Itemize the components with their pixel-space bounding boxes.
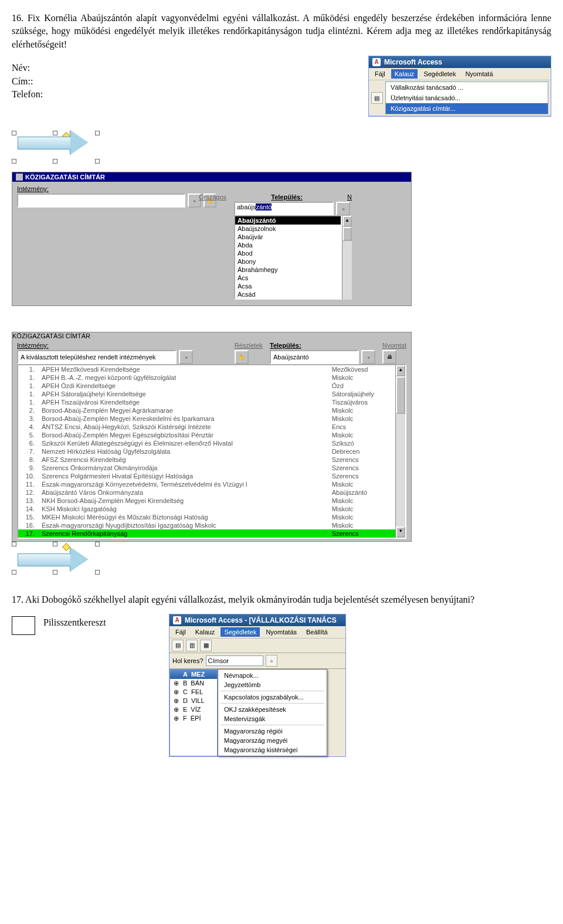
list-item[interactable]: Abony — [235, 257, 341, 266]
menu2-segedletek[interactable]: Segédletek — [221, 627, 260, 637]
kalauz-dropdown[interactable]: Vállalkozási tanácsadó ... Üzletnyitási … — [385, 81, 548, 114]
tb2-btn-2[interactable]: ▥ — [186, 640, 198, 651]
dir1-telepules-list[interactable]: Abaújszántó Abaújszolnok Abaújvár Abda A… — [234, 215, 342, 300]
submenu-okj[interactable]: OKJ szakképesítések — [218, 705, 327, 714]
submenu-kistersegei[interactable]: Magyarország kistérségei — [218, 745, 327, 755]
dir1-intezmeny-input[interactable] — [17, 193, 185, 208]
table-row[interactable]: 11.Észak-magyarországi Környezetvédelmi,… — [18, 480, 395, 488]
menu-nyomtata[interactable]: Nyomtatá — [462, 69, 496, 79]
directory-panel-1: KÖZIGAZGATÁSI CÍMTÁR Intézmény: ⬦ ✋ . Or… — [12, 172, 412, 306]
toolbar-btn-1[interactable]: ▤ — [371, 92, 383, 104]
dd-kozigazgatasi[interactable]: Közigazgatási címtár... — [386, 103, 548, 114]
table-row[interactable]: 6.Szikszói Kerületi Állategészségügyi és… — [18, 439, 395, 447]
titlebar-2[interactable]: A Microsoft Access - [VÁLLALKOZÁSI TANÁC… — [169, 614, 345, 626]
table-row[interactable]: 9.Szerencs Önkormányzat OkmányirodájaSze… — [18, 464, 395, 472]
menu2-kalauz[interactable]: Kalauz — [192, 627, 219, 637]
list-item[interactable]: ⊕BBÁN — [170, 679, 217, 688]
toolbar-2: ▤ ▥ ▦ — [169, 638, 345, 653]
dir1-titlebar[interactable]: KÖZIGAZGATÁSI CÍMTÁR — [12, 172, 411, 182]
label-name: Név: — [12, 62, 43, 74]
menu-kalauz[interactable]: Kalauz — [391, 69, 418, 79]
table-row[interactable]: 1.APEH Mezőkövesdi KirendeltségeMezőköve… — [18, 365, 395, 373]
table-row[interactable]: 7.Nemzeti Hírközlési Hatóság Ügyfélszolg… — [18, 447, 395, 456]
submenu-mestervizsgak[interactable]: Mestervizsgák — [218, 714, 327, 723]
tb2-btn-3[interactable]: ▦ — [200, 640, 212, 651]
dir2-titlebar[interactable]: KÖZIGAZGATÁSI CÍMTÁR — [12, 332, 411, 339]
list-item[interactable]: Acsa — [235, 282, 341, 290]
dir1-scrollbar[interactable]: ▲ — [342, 216, 352, 300]
arrow-shape-1[interactable] — [12, 131, 100, 166]
menubar-2[interactable]: Fájl Kalauz Segédletek Nyomtatás Beállít… — [169, 626, 345, 638]
dir2-results-table[interactable]: 1.APEH Mezőkövesdi KirendeltségeMezőköve… — [18, 365, 395, 538]
submenu-jogszabalyok[interactable]: Kapcsolatos jogszabályok... — [218, 692, 327, 702]
table-row[interactable]: 1.APEH B.-A.-Z. megyei központi ügyfélsz… — [18, 373, 395, 382]
table-row[interactable]: 10.Szerencs Polgármesteri Hivatal Építés… — [18, 472, 395, 480]
submenu-regiok[interactable]: Magyarország régiói — [218, 726, 327, 736]
table-row[interactable]: 1.APEH Sátoraljaújhelyi KirendeltségeSát… — [18, 390, 395, 398]
table-row[interactable]: 5.Borsod-Abaúj-Zemplén Megyei Egészségbi… — [18, 431, 395, 439]
list-item[interactable]: Abda — [235, 241, 341, 249]
scroll-up-icon[interactable]: ▲ — [396, 365, 405, 376]
dir1-dropdown-btn-2[interactable]: ⬦ — [336, 202, 350, 216]
list-item[interactable]: Ács — [235, 274, 341, 282]
menu2-nyomtatas[interactable]: Nyomtatás — [262, 627, 300, 637]
table-row[interactable]: 3.Borsod-Abaúj-Zemplén Megyei Kereskedel… — [18, 415, 395, 423]
dir2-reszletek-btn[interactable]: ✋ — [235, 350, 249, 364]
leftlist[interactable]: A MEZ ⊕BBÁN⊕CFEL⊕DVILL⊕EVÍZ⊕FÉPÍ — [169, 669, 218, 756]
list-item[interactable]: Abod — [235, 249, 341, 257]
directory-panel-2: KÖZIGAZGATÁSI CÍMTÁR Intézmény: A kivála… — [12, 332, 412, 542]
table-row[interactable]: 12.Abaújszántó Város ÖnkormányzataAbaújs… — [18, 488, 395, 497]
dir1-telepules-combo[interactable]: abaújszántó — [234, 202, 334, 216]
dir2-telepules-label: Település: — [270, 342, 375, 349]
submenu-jegyzettomb[interactable]: Jegyzettömb — [218, 680, 327, 689]
dd-vallalkozasi[interactable]: Vállalkozási tanácsadó ... — [386, 82, 548, 93]
submenu-megyei[interactable]: Magyarország megyéi — [218, 736, 327, 745]
list-item[interactable]: ⊕EVÍZ — [170, 705, 217, 714]
menu-segedletek[interactable]: Segédletek — [420, 69, 459, 79]
menu-fajl[interactable]: Fájl — [371, 69, 389, 79]
table-row[interactable]: 17.Szerencsi RendőrkapitányságSzerencs — [18, 529, 395, 538]
scroll-thumb[interactable] — [342, 227, 352, 241]
titlebar[interactable]: A Microsoft Access — [369, 56, 551, 68]
q17-text: 17. Aki Dobogókő székhellyel alapít egyé… — [12, 593, 551, 606]
scroll-thumb[interactable] — [396, 376, 405, 414]
list-item[interactable]: Abaújszántó — [235, 216, 341, 225]
table-row[interactable]: 15.MKEH Miskolci Mérésügyi és Műszaki Bi… — [18, 513, 395, 521]
table-row[interactable]: 14.KSH Miskolci IgazgatóságMiskolc — [18, 505, 395, 513]
menu2-beallita[interactable]: Beállítá — [303, 627, 331, 637]
list-item[interactable]: ⊕CFEL — [170, 688, 217, 697]
holker-dd-btn[interactable]: ⬦ — [266, 655, 277, 667]
scroll-up-icon[interactable]: ▲ — [342, 216, 352, 227]
menu2-fajl[interactable]: Fájl — [172, 627, 189, 637]
menubar[interactable]: Fájl Kalauz Segédletek Nyomtatá — [369, 68, 551, 80]
dir2-title: KÖZIGAZGATÁSI CÍMTÁR — [12, 332, 90, 339]
dir2-scrollbar[interactable]: ▲ ▼ — [395, 365, 405, 538]
tb2-btn-1[interactable]: ▤ — [172, 640, 184, 651]
table-row[interactable]: 1.APEH Ózdi KirendeltségeÓzd — [18, 382, 395, 390]
table-row[interactable]: 1.APEH Tiszaújvárosi KirendeltségeTiszaú… — [18, 398, 395, 406]
dir2-print-btn[interactable]: 🖶 — [382, 350, 396, 364]
table-row[interactable]: 2.Borsod-Abaúj-Zemplén Megyei Agrárkamar… — [18, 406, 395, 415]
list-item[interactable]: ⊕FÉPÍ — [170, 714, 217, 723]
q16-form-labels: Név: Cím:: Telefon: — [12, 62, 43, 101]
arrow-shape-2[interactable] — [12, 542, 100, 577]
table-row[interactable]: 13.NKH Borsod-Abaúj-Zemplén Megyei Kiren… — [18, 497, 395, 505]
submenu-nevnapok[interactable]: Névnapok... — [218, 671, 327, 680]
list-item[interactable]: ⊕DVILL — [170, 697, 217, 705]
dir2-telepules-value[interactable]: Abaújszántó — [270, 350, 359, 364]
dir1-orszagos-label: Országos — [199, 193, 226, 201]
scroll-down-icon[interactable]: ▼ — [396, 526, 405, 538]
list-item[interactable]: Acsád — [235, 290, 341, 298]
dd-uzletnyitasi[interactable]: Üzletnyitási tanácsadó... — [386, 93, 548, 103]
holker-input[interactable] — [206, 655, 263, 666]
table-row[interactable]: 8.AFSZ Szerencsi KirendeltségSzerencs — [18, 456, 395, 464]
list-item[interactable]: Ábrahámhegy — [235, 266, 341, 274]
dir2-dd-btn-r[interactable]: ⬦ — [361, 350, 375, 364]
dir2-intezmeny-value[interactable]: A kiválasztott településhez rendelt inté… — [17, 350, 177, 364]
list-item[interactable]: Abaújszolnok — [235, 225, 341, 233]
dir2-dd-btn-l[interactable]: ⬦ — [179, 350, 193, 364]
table-row[interactable]: 16.Észak-magyarországi Nyugdíjbiztosítás… — [18, 521, 395, 529]
list-item[interactable]: Abaújvár — [235, 233, 341, 241]
table-row[interactable]: 4.ÁNTSZ Encsi, Abaúj-Hegyközi, Szikszói … — [18, 423, 395, 431]
segedletek-submenu[interactable]: Névnapok... Jegyzettömb Kapcsolatos jogs… — [218, 669, 327, 756]
